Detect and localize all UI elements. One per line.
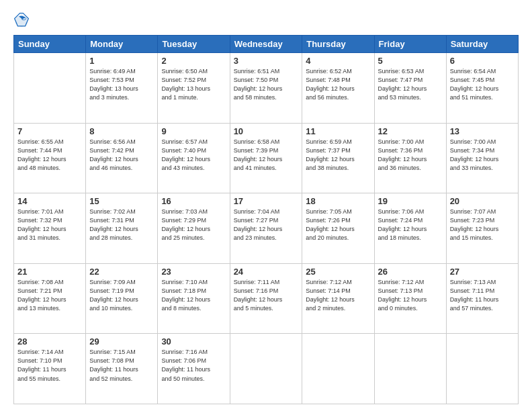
day-number: 21 xyxy=(17,267,82,277)
calendar-cell: 13Sunrise: 7:00 AMSunset: 7:34 PMDayligh… xyxy=(446,123,518,193)
week-row-1: 1Sunrise: 6:49 AMSunset: 7:53 PMDaylight… xyxy=(14,53,519,124)
day-info: Sunrise: 6:56 AMSunset: 7:42 PMDaylight:… xyxy=(89,138,154,173)
day-info: Sunrise: 6:54 AMSunset: 7:45 PMDaylight:… xyxy=(450,67,515,102)
calendar-cell: 3Sunrise: 6:51 AMSunset: 7:50 PMDaylight… xyxy=(230,53,302,124)
calendar-cell: 16Sunrise: 7:03 AMSunset: 7:29 PMDayligh… xyxy=(158,193,230,264)
day-number: 14 xyxy=(17,196,82,206)
day-number: 20 xyxy=(450,196,515,206)
weekday-header-sunday: Sunday xyxy=(14,36,86,53)
calendar-cell: 29Sunrise: 7:15 AMSunset: 7:08 PMDayligh… xyxy=(86,334,158,404)
day-info: Sunrise: 7:13 AMSunset: 7:11 PMDaylight:… xyxy=(450,278,515,313)
day-number: 29 xyxy=(89,336,154,347)
header xyxy=(13,12,519,28)
calendar-cell: 4Sunrise: 6:52 AMSunset: 7:48 PMDaylight… xyxy=(302,53,374,124)
day-number: 4 xyxy=(306,56,370,66)
weekday-header-thursday: Thursday xyxy=(302,36,374,53)
week-row-2: 7Sunrise: 6:55 AMSunset: 7:44 PMDaylight… xyxy=(14,123,519,193)
day-info: Sunrise: 6:52 AMSunset: 7:48 PMDaylight:… xyxy=(306,67,370,102)
weekday-header-tuesday: Tuesday xyxy=(158,36,230,53)
day-info: Sunrise: 6:51 AMSunset: 7:50 PMDaylight:… xyxy=(234,67,299,102)
weekday-header-saturday: Saturday xyxy=(446,36,518,53)
day-info: Sunrise: 6:49 AMSunset: 7:53 PMDaylight:… xyxy=(89,67,154,102)
calendar-cell xyxy=(374,334,446,404)
calendar-cell: 7Sunrise: 6:55 AMSunset: 7:44 PMDaylight… xyxy=(14,123,86,193)
day-info: Sunrise: 7:03 AMSunset: 7:29 PMDaylight:… xyxy=(161,208,226,242)
day-number: 18 xyxy=(306,196,370,206)
calendar-cell: 5Sunrise: 6:53 AMSunset: 7:47 PMDaylight… xyxy=(374,53,446,124)
calendar-cell: 22Sunrise: 7:09 AMSunset: 7:19 PMDayligh… xyxy=(86,263,158,334)
day-info: Sunrise: 7:12 AMSunset: 7:14 PMDaylight:… xyxy=(306,278,370,313)
day-number: 2 xyxy=(161,56,226,66)
week-row-4: 21Sunrise: 7:08 AMSunset: 7:21 PMDayligh… xyxy=(14,263,519,334)
day-number: 17 xyxy=(234,196,299,206)
day-info: Sunrise: 6:50 AMSunset: 7:52 PMDaylight:… xyxy=(161,67,226,102)
day-number: 8 xyxy=(89,126,154,136)
day-info: Sunrise: 7:16 AMSunset: 7:06 PMDaylight:… xyxy=(161,348,226,383)
logo-icon xyxy=(13,12,30,28)
day-info: Sunrise: 7:00 AMSunset: 7:34 PMDaylight:… xyxy=(450,138,515,173)
day-info: Sunrise: 7:14 AMSunset: 7:10 PMDaylight:… xyxy=(17,348,82,383)
day-info: Sunrise: 7:00 AMSunset: 7:36 PMDaylight:… xyxy=(378,138,443,173)
day-info: Sunrise: 6:53 AMSunset: 7:47 PMDaylight:… xyxy=(378,67,443,102)
day-number: 23 xyxy=(161,267,226,277)
day-number: 12 xyxy=(378,126,443,136)
calendar-cell: 9Sunrise: 6:57 AMSunset: 7:40 PMDaylight… xyxy=(158,123,230,193)
calendar-table: SundayMondayTuesdayWednesdayThursdayFrid… xyxy=(13,35,519,404)
day-info: Sunrise: 7:09 AMSunset: 7:19 PMDaylight:… xyxy=(89,278,154,313)
calendar-cell: 14Sunrise: 7:01 AMSunset: 7:32 PMDayligh… xyxy=(14,193,86,264)
day-number: 7 xyxy=(17,126,82,136)
weekday-header-friday: Friday xyxy=(374,36,446,53)
day-number: 27 xyxy=(450,267,515,277)
logo xyxy=(13,12,32,28)
calendar-cell: 15Sunrise: 7:02 AMSunset: 7:31 PMDayligh… xyxy=(86,193,158,264)
day-info: Sunrise: 7:08 AMSunset: 7:21 PMDaylight:… xyxy=(17,278,82,313)
calendar-cell: 26Sunrise: 7:12 AMSunset: 7:13 PMDayligh… xyxy=(374,263,446,334)
calendar-cell: 23Sunrise: 7:10 AMSunset: 7:18 PMDayligh… xyxy=(158,263,230,334)
calendar-cell: 6Sunrise: 6:54 AMSunset: 7:45 PMDaylight… xyxy=(446,53,518,124)
calendar-cell: 17Sunrise: 7:04 AMSunset: 7:27 PMDayligh… xyxy=(230,193,302,264)
calendar-cell: 25Sunrise: 7:12 AMSunset: 7:14 PMDayligh… xyxy=(302,263,374,334)
day-info: Sunrise: 7:15 AMSunset: 7:08 PMDaylight:… xyxy=(89,348,154,383)
weekday-header-wednesday: Wednesday xyxy=(230,36,302,53)
day-info: Sunrise: 7:12 AMSunset: 7:13 PMDaylight:… xyxy=(378,278,443,313)
day-number: 13 xyxy=(450,126,515,136)
calendar-cell: 30Sunrise: 7:16 AMSunset: 7:06 PMDayligh… xyxy=(158,334,230,404)
calendar-cell: 19Sunrise: 7:06 AMSunset: 7:24 PMDayligh… xyxy=(374,193,446,264)
day-number: 22 xyxy=(89,267,154,277)
day-info: Sunrise: 7:05 AMSunset: 7:26 PMDaylight:… xyxy=(306,208,370,242)
week-row-3: 14Sunrise: 7:01 AMSunset: 7:32 PMDayligh… xyxy=(14,193,519,264)
day-number: 5 xyxy=(378,56,443,66)
day-info: Sunrise: 7:10 AMSunset: 7:18 PMDaylight:… xyxy=(161,278,226,313)
calendar-cell: 24Sunrise: 7:11 AMSunset: 7:16 PMDayligh… xyxy=(230,263,302,334)
day-number: 28 xyxy=(17,336,82,347)
day-info: Sunrise: 6:55 AMSunset: 7:44 PMDaylight:… xyxy=(17,138,82,173)
calendar-cell xyxy=(446,334,518,404)
calendar-cell xyxy=(302,334,374,404)
weekday-header-monday: Monday xyxy=(86,36,158,53)
day-info: Sunrise: 6:57 AMSunset: 7:40 PMDaylight:… xyxy=(161,138,226,173)
calendar-cell: 27Sunrise: 7:13 AMSunset: 7:11 PMDayligh… xyxy=(446,263,518,334)
day-number: 3 xyxy=(234,56,299,66)
day-number: 26 xyxy=(378,267,443,277)
calendar-cell xyxy=(14,53,86,124)
page: SundayMondayTuesdayWednesdayThursdayFrid… xyxy=(0,0,532,411)
week-row-5: 28Sunrise: 7:14 AMSunset: 7:10 PMDayligh… xyxy=(14,334,519,404)
day-number: 19 xyxy=(378,196,443,206)
day-info: Sunrise: 6:58 AMSunset: 7:39 PMDaylight:… xyxy=(234,138,299,173)
calendar-cell: 20Sunrise: 7:07 AMSunset: 7:23 PMDayligh… xyxy=(446,193,518,264)
day-number: 9 xyxy=(161,126,226,136)
day-number: 10 xyxy=(234,126,299,136)
day-info: Sunrise: 7:07 AMSunset: 7:23 PMDaylight:… xyxy=(450,208,515,242)
day-info: Sunrise: 7:06 AMSunset: 7:24 PMDaylight:… xyxy=(378,208,443,242)
weekday-header-row: SundayMondayTuesdayWednesdayThursdayFrid… xyxy=(14,36,519,53)
day-number: 15 xyxy=(89,196,154,206)
day-info: Sunrise: 6:59 AMSunset: 7:37 PMDaylight:… xyxy=(306,138,370,173)
calendar-cell: 12Sunrise: 7:00 AMSunset: 7:36 PMDayligh… xyxy=(374,123,446,193)
calendar-cell: 28Sunrise: 7:14 AMSunset: 7:10 PMDayligh… xyxy=(14,334,86,404)
day-info: Sunrise: 7:02 AMSunset: 7:31 PMDaylight:… xyxy=(89,208,154,242)
calendar-cell: 8Sunrise: 6:56 AMSunset: 7:42 PMDaylight… xyxy=(86,123,158,193)
day-info: Sunrise: 7:04 AMSunset: 7:27 PMDaylight:… xyxy=(234,208,299,242)
calendar-cell: 2Sunrise: 6:50 AMSunset: 7:52 PMDaylight… xyxy=(158,53,230,124)
calendar-cell: 21Sunrise: 7:08 AMSunset: 7:21 PMDayligh… xyxy=(14,263,86,334)
day-number: 25 xyxy=(306,267,370,277)
